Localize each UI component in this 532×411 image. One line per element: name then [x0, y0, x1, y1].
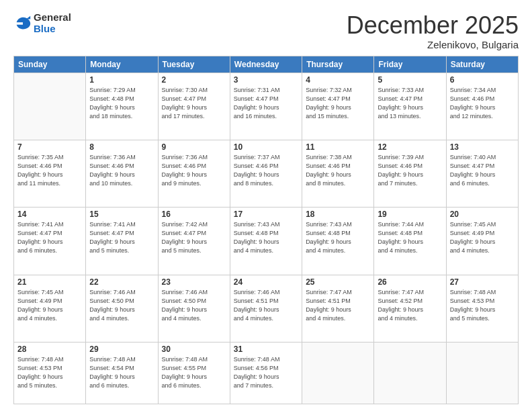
logo-blue-text: Blue [34, 24, 71, 35]
day-info: Sunrise: 7:46 AM Sunset: 4:50 PM Dayligh… [89, 288, 154, 323]
day-info: Sunrise: 7:36 AM Sunset: 4:46 PM Dayligh… [89, 153, 154, 188]
page: General Blue December 2025 Zelenikovo, B… [0, 0, 532, 411]
table-row: 29Sunrise: 7:48 AM Sunset: 4:54 PM Dayli… [86, 342, 158, 404]
table-row: 21Sunrise: 7:45 AM Sunset: 4:49 PM Dayli… [14, 275, 86, 342]
day-info: Sunrise: 7:34 AM Sunset: 4:46 PM Dayligh… [450, 86, 515, 121]
day-number: 15 [89, 210, 154, 219]
table-row: 23Sunrise: 7:46 AM Sunset: 4:50 PM Dayli… [158, 275, 230, 342]
table-row: 15Sunrise: 7:41 AM Sunset: 4:47 PM Dayli… [86, 208, 158, 275]
logo-general-text: General [34, 12, 71, 24]
day-info: Sunrise: 7:47 AM Sunset: 4:52 PM Dayligh… [378, 288, 442, 323]
table-row: 4Sunrise: 7:32 AM Sunset: 4:47 PM Daylig… [302, 73, 374, 140]
day-info: Sunrise: 7:48 AM Sunset: 4:56 PM Dayligh… [234, 355, 298, 390]
logo-icon [13, 14, 32, 33]
calendar-table: Sunday Monday Tuesday Wednesday Thursday… [13, 56, 519, 404]
table-row: 5Sunrise: 7:33 AM Sunset: 4:47 PM Daylig… [374, 73, 446, 140]
day-number: 23 [162, 277, 226, 287]
col-friday: Friday [374, 56, 446, 73]
day-info: Sunrise: 7:44 AM Sunset: 4:48 PM Dayligh… [378, 220, 442, 255]
day-number: 3 [234, 75, 298, 85]
table-row: 6Sunrise: 7:34 AM Sunset: 4:46 PM Daylig… [446, 73, 518, 140]
col-saturday: Saturday [446, 56, 518, 73]
day-number: 8 [89, 142, 154, 152]
day-number: 4 [306, 75, 370, 85]
table-row: 11Sunrise: 7:38 AM Sunset: 4:46 PM Dayli… [302, 140, 374, 207]
table-row: 8Sunrise: 7:36 AM Sunset: 4:46 PM Daylig… [86, 140, 158, 207]
day-number: 27 [450, 277, 515, 287]
day-number: 19 [378, 210, 442, 219]
day-info: Sunrise: 7:38 AM Sunset: 4:46 PM Dayligh… [306, 153, 370, 188]
table-row: 3Sunrise: 7:31 AM Sunset: 4:47 PM Daylig… [230, 73, 302, 140]
day-info: Sunrise: 7:31 AM Sunset: 4:47 PM Dayligh… [234, 86, 298, 121]
day-info: Sunrise: 7:48 AM Sunset: 4:53 PM Dayligh… [17, 355, 82, 390]
day-info: Sunrise: 7:41 AM Sunset: 4:47 PM Dayligh… [89, 220, 154, 255]
day-number: 12 [378, 142, 442, 152]
table-row: 22Sunrise: 7:46 AM Sunset: 4:50 PM Dayli… [86, 275, 158, 342]
day-info: Sunrise: 7:40 AM Sunset: 4:47 PM Dayligh… [450, 153, 515, 188]
day-number: 10 [234, 142, 298, 152]
day-info: Sunrise: 7:42 AM Sunset: 4:47 PM Dayligh… [162, 220, 226, 255]
day-info: Sunrise: 7:29 AM Sunset: 4:48 PM Dayligh… [89, 86, 154, 121]
day-number: 30 [162, 345, 226, 354]
day-info: Sunrise: 7:32 AM Sunset: 4:47 PM Dayligh… [306, 86, 370, 121]
location: Zelenikovo, Bulgaria [347, 39, 519, 50]
day-number: 20 [450, 210, 515, 219]
col-monday: Monday [86, 56, 158, 73]
logo-text: General Blue [34, 12, 71, 34]
col-sunday: Sunday [14, 56, 86, 73]
day-info: Sunrise: 7:45 AM Sunset: 4:49 PM Dayligh… [450, 220, 515, 255]
table-row: 7Sunrise: 7:35 AM Sunset: 4:46 PM Daylig… [14, 140, 86, 207]
day-number: 11 [306, 142, 370, 152]
day-number: 13 [450, 142, 515, 152]
table-row: 10Sunrise: 7:37 AM Sunset: 4:46 PM Dayli… [230, 140, 302, 207]
day-number: 21 [17, 277, 82, 287]
table-row [446, 342, 518, 404]
day-number: 14 [17, 210, 82, 219]
table-row: 30Sunrise: 7:48 AM Sunset: 4:55 PM Dayli… [158, 342, 230, 404]
table-row: 18Sunrise: 7:43 AM Sunset: 4:48 PM Dayli… [302, 208, 374, 275]
table-row: 16Sunrise: 7:42 AM Sunset: 4:47 PM Dayli… [158, 208, 230, 275]
day-info: Sunrise: 7:30 AM Sunset: 4:47 PM Dayligh… [162, 86, 226, 121]
day-info: Sunrise: 7:46 AM Sunset: 4:51 PM Dayligh… [234, 288, 298, 323]
day-number: 16 [162, 210, 226, 219]
day-info: Sunrise: 7:45 AM Sunset: 4:49 PM Dayligh… [17, 288, 82, 323]
day-info: Sunrise: 7:46 AM Sunset: 4:50 PM Dayligh… [162, 288, 226, 323]
day-number: 6 [450, 75, 515, 85]
table-row: 20Sunrise: 7:45 AM Sunset: 4:49 PM Dayli… [446, 208, 518, 275]
table-row: 25Sunrise: 7:47 AM Sunset: 4:51 PM Dayli… [302, 275, 374, 342]
table-row [374, 342, 446, 404]
day-number: 26 [378, 277, 442, 287]
day-number: 1 [89, 75, 154, 85]
table-row [302, 342, 374, 404]
table-row: 13Sunrise: 7:40 AM Sunset: 4:47 PM Dayli… [446, 140, 518, 207]
day-number: 17 [234, 210, 298, 219]
table-row: 17Sunrise: 7:43 AM Sunset: 4:48 PM Dayli… [230, 208, 302, 275]
day-info: Sunrise: 7:37 AM Sunset: 4:46 PM Dayligh… [234, 153, 298, 188]
day-number: 9 [162, 142, 226, 152]
table-row: 12Sunrise: 7:39 AM Sunset: 4:46 PM Dayli… [374, 140, 446, 207]
day-info: Sunrise: 7:36 AM Sunset: 4:46 PM Dayligh… [162, 153, 226, 188]
col-wednesday: Wednesday [230, 56, 302, 73]
day-number: 25 [306, 277, 370, 287]
day-info: Sunrise: 7:43 AM Sunset: 4:48 PM Dayligh… [234, 220, 298, 255]
header-right: December 2025 Zelenikovo, Bulgaria [347, 12, 519, 50]
day-number: 31 [234, 345, 298, 354]
day-info: Sunrise: 7:33 AM Sunset: 4:47 PM Dayligh… [378, 86, 442, 121]
table-row: 2Sunrise: 7:30 AM Sunset: 4:47 PM Daylig… [158, 73, 230, 140]
table-row: 24Sunrise: 7:46 AM Sunset: 4:51 PM Dayli… [230, 275, 302, 342]
day-info: Sunrise: 7:41 AM Sunset: 4:47 PM Dayligh… [17, 220, 82, 255]
day-info: Sunrise: 7:48 AM Sunset: 4:54 PM Dayligh… [89, 355, 154, 390]
table-row: 27Sunrise: 7:48 AM Sunset: 4:53 PM Dayli… [446, 275, 518, 342]
day-number: 28 [17, 345, 82, 354]
day-info: Sunrise: 7:35 AM Sunset: 4:46 PM Dayligh… [17, 153, 82, 188]
table-row [14, 73, 86, 140]
table-row: 19Sunrise: 7:44 AM Sunset: 4:48 PM Dayli… [374, 208, 446, 275]
table-row: 28Sunrise: 7:48 AM Sunset: 4:53 PM Dayli… [14, 342, 86, 404]
day-number: 29 [89, 345, 154, 354]
table-row: 14Sunrise: 7:41 AM Sunset: 4:47 PM Dayli… [14, 208, 86, 275]
day-info: Sunrise: 7:43 AM Sunset: 4:48 PM Dayligh… [306, 220, 370, 255]
day-info: Sunrise: 7:48 AM Sunset: 4:55 PM Dayligh… [162, 355, 226, 390]
day-info: Sunrise: 7:47 AM Sunset: 4:51 PM Dayligh… [306, 288, 370, 323]
table-row: 1Sunrise: 7:29 AM Sunset: 4:48 PM Daylig… [86, 73, 158, 140]
top-section: General Blue December 2025 Zelenikovo, B… [13, 12, 519, 50]
